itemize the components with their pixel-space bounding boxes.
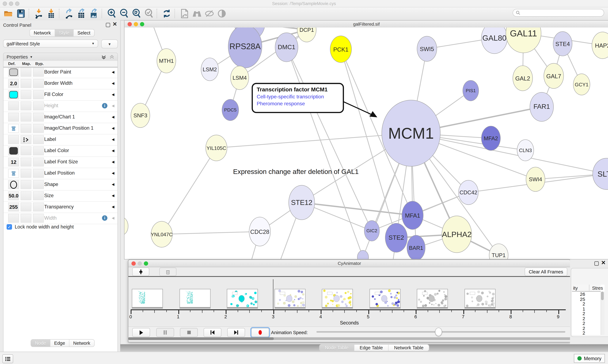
animation-speed-knob[interactable] — [435, 328, 442, 336]
bypass-cell[interactable] — [33, 135, 44, 144]
frame-thumbnail-0[interactable] — [132, 289, 163, 308]
search-input[interactable] — [513, 9, 604, 17]
bypass-cell[interactable] — [33, 68, 44, 77]
style-options-button[interactable]: ▼ — [101, 39, 118, 48]
property-row-shape[interactable]: Shape◀ — [3, 179, 117, 191]
expand-property-icon[interactable]: ◀ — [112, 182, 114, 186]
default-value-cell[interactable] — [8, 146, 19, 155]
binoculars-button[interactable] — [192, 9, 203, 19]
float-panel-icon[interactable] — [106, 23, 110, 27]
eye-slash-button[interactable] — [204, 9, 215, 19]
zoom-out-button[interactable] — [119, 9, 129, 19]
session-doc-button[interactable] — [179, 9, 190, 19]
tab-edge-table[interactable]: Edge Table — [354, 345, 389, 351]
property-row-border-paint[interactable]: Border Paint◀ — [3, 67, 117, 78]
mapping-cell[interactable] — [21, 146, 31, 155]
node-table-header[interactable]: ity Stres — [572, 285, 601, 292]
mapping-cell[interactable] — [21, 124, 31, 133]
default-value-cell[interactable] — [8, 68, 19, 77]
property-row-size[interactable]: 50.0Size◀ — [3, 191, 117, 202]
table-row[interactable]: 2 — [572, 321, 585, 326]
column-stress[interactable]: Stres — [592, 286, 603, 291]
network-node-bar1[interactable]: BAR1 — [407, 235, 426, 259]
mapping-cell[interactable] — [21, 203, 31, 211]
tab-node-table[interactable]: Node Table — [319, 345, 354, 351]
default-value-cell[interactable]: 2.0 — [8, 79, 19, 88]
network-node-gal2[interactable]: GAL2 — [513, 65, 533, 91]
network-node-pdc5[interactable]: PDC5 — [222, 99, 239, 121]
bypass-cell[interactable] — [33, 158, 44, 167]
network-node-gcy1[interactable]: GCY1 — [573, 74, 590, 95]
table-row[interactable]: 2 — [572, 316, 585, 321]
network-node-mfa1[interactable]: MFA1 — [402, 201, 423, 230]
network-node-cdc42[interactable]: CDC42 — [458, 180, 479, 205]
table-row[interactable]: 1 — [572, 306, 585, 312]
export-image-button[interactable] — [88, 9, 99, 19]
bypass-cell[interactable] — [33, 113, 44, 122]
network-node-hap2[interactable]: HAP2 — [592, 32, 608, 59]
network-node-lsm4[interactable]: LSM4 — [230, 66, 249, 90]
network-node-cdc28[interactable]: CDC28 — [249, 217, 271, 246]
default-value-cell[interactable]: 255 — [8, 203, 19, 211]
tab-edge[interactable]: Edge — [50, 340, 69, 347]
network-node-ste12[interactable]: STE12 — [289, 185, 315, 220]
default-value-cell[interactable] — [8, 169, 19, 178]
default-value-cell[interactable] — [8, 135, 19, 144]
network-node-yil105c[interactable]: YIL105C — [206, 135, 227, 161]
default-value-cell[interactable]: 50.0 — [8, 191, 19, 200]
frame-thumbnail-6[interactable] — [417, 289, 448, 308]
default-value-cell[interactable]: 12 — [8, 158, 19, 167]
network-node-cln3[interactable]: CLN3 — [517, 140, 534, 161]
network-node-lsm2[interactable]: LSM2 — [201, 58, 219, 81]
default-value-cell[interactable] — [8, 180, 19, 189]
mapping-cell[interactable] — [21, 158, 31, 167]
column-divider[interactable] — [589, 285, 589, 291]
network-node-rps28a[interactable]: RPS28A — [228, 27, 262, 68]
bypass-cell[interactable] — [33, 191, 44, 200]
tab-node[interactable]: Node — [31, 340, 50, 347]
table-row[interactable]: 2 — [572, 325, 585, 331]
clear-all-frames-button[interactable]: Clear All Frames — [525, 268, 567, 276]
expand-property-icon[interactable]: ◀ — [112, 81, 114, 85]
mapping-cell[interactable] — [21, 102, 31, 110]
frame-thumbnail-3[interactable] — [274, 289, 305, 308]
close-panel-icon[interactable]: ✕ — [601, 260, 606, 266]
mapping-cell[interactable] — [21, 180, 31, 189]
skip-end-button[interactable] — [227, 328, 245, 337]
network-node-gal7[interactable]: GAL7 — [544, 63, 564, 89]
import-network-button[interactable] — [33, 9, 44, 19]
expand-property-icon[interactable]: ◀ — [112, 137, 114, 141]
play-button[interactable] — [132, 328, 150, 337]
table-row[interactable]: 2 — [572, 330, 585, 335]
network-node-dcp1[interactable]: DCP1 — [297, 27, 316, 42]
close-panel-icon[interactable]: ✕ — [112, 21, 117, 27]
network-node-mcm1[interactable]: MCM1 — [382, 100, 441, 167]
bypass-cell[interactable] — [33, 146, 44, 155]
skip-start-button[interactable] — [204, 328, 221, 337]
frame-thumbnail-1[interactable] — [180, 289, 210, 308]
cyanimator-titlebar[interactable]: CyAnimator — [128, 260, 570, 267]
mapping-cell[interactable] — [21, 113, 31, 122]
bypass-cell[interactable] — [33, 169, 44, 178]
table-row[interactable]: 25 — [572, 297, 585, 302]
frame-thumbnail-2[interactable] — [227, 289, 258, 308]
annotation-link-2[interactable]: Pheromone response — [257, 101, 339, 106]
property-row-height[interactable]: Heighti◀ — [3, 101, 117, 112]
network-node-alpha2[interactable]: ALPHA2 — [442, 216, 472, 253]
property-row-label-color[interactable]: Label Color◀ — [3, 146, 117, 157]
tab-network[interactable]: Network — [30, 29, 55, 36]
bypass-cell[interactable] — [33, 102, 44, 110]
network-node-gal80[interactable]: GAL80 — [481, 27, 508, 54]
default-value-cell[interactable] — [8, 102, 19, 110]
info-icon[interactable]: i — [102, 103, 107, 108]
refresh-layout-button[interactable] — [161, 9, 172, 19]
mapping-cell[interactable] — [21, 169, 31, 178]
network-node-slt2[interactable]: SLT2 — [593, 158, 608, 190]
network-node-swi4[interactable]: SWI4 — [526, 167, 545, 192]
default-value-cell[interactable] — [8, 124, 19, 133]
annotation-link-1[interactable]: Cell-type-specific transcription — [257, 94, 339, 100]
network-window-titlebar[interactable]: galFiltered.sif — [124, 21, 608, 28]
network-node-ynl047c[interactable]: YNL047C — [151, 221, 173, 247]
frame-thumbnail-5[interactable] — [369, 289, 401, 308]
mapping-cell[interactable] — [21, 214, 31, 223]
